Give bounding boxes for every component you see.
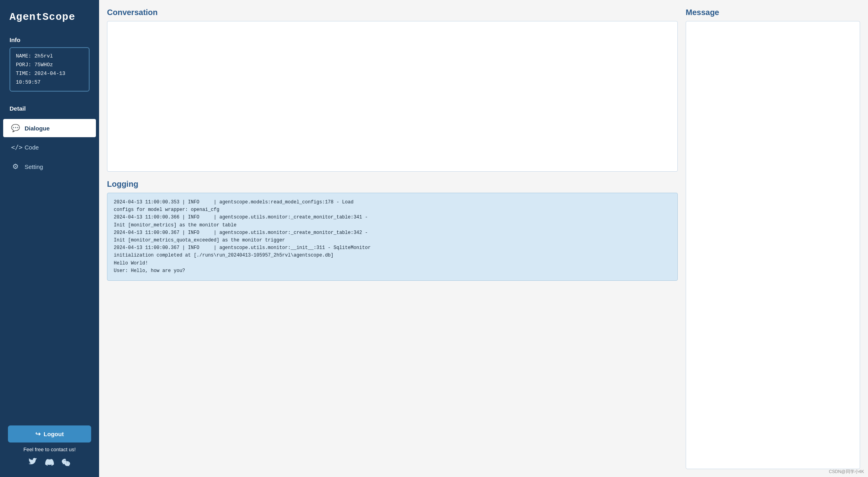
info-box: NAME: 2h5rvl PORJ: 75WHOz TIME: 2024-04-… xyxy=(10,47,90,92)
logging-title: Logging xyxy=(107,180,678,189)
info-time: TIME: 2024-04-13 10:59:57 xyxy=(16,69,83,87)
social-icons xyxy=(8,458,91,469)
conversation-section: Conversation xyxy=(107,8,678,172)
discord-icon[interactable] xyxy=(45,458,54,469)
contact-text: Feel free to contact us! xyxy=(8,446,91,452)
info-label: Info xyxy=(10,36,90,43)
sidebar-item-setting[interactable]: ⚙ Setting xyxy=(3,157,96,176)
main-content: Conversation Logging 2024-04-13 11:00:00… xyxy=(99,0,868,477)
logo-area: AgentScope xyxy=(0,0,99,33)
message-box[interactable] xyxy=(686,21,860,469)
code-icon: </> xyxy=(11,144,20,151)
logo-text: AgentScope xyxy=(10,11,75,23)
logout-button[interactable]: ↪ Logout xyxy=(8,425,91,443)
logging-box: 2024-04-13 11:00:00.353 | INFO | agentsc… xyxy=(107,193,678,281)
right-panel: Message xyxy=(686,0,868,477)
wechat-icon[interactable] xyxy=(62,458,71,469)
info-name: NAME: 2h5rvl xyxy=(16,52,83,61)
twitter-icon[interactable] xyxy=(29,458,37,469)
sidebar: AgentScope Info NAME: 2h5rvl PORJ: 75WHO… xyxy=(0,0,99,477)
conversation-title: Conversation xyxy=(107,8,678,17)
logout-icon: ↪ xyxy=(35,430,40,438)
logout-label: Logout xyxy=(44,431,64,437)
left-panel: Conversation Logging 2024-04-13 11:00:00… xyxy=(99,0,686,477)
info-port: PORJ: 75WHOz xyxy=(16,61,83,69)
sidebar-bottom: ↪ Logout Feel free to contact us! xyxy=(0,419,99,477)
info-section: Info NAME: 2h5rvl PORJ: 75WHOz TIME: 202… xyxy=(0,33,99,98)
detail-section: Detail xyxy=(0,98,99,118)
sidebar-item-code-label: Code xyxy=(25,144,39,151)
message-title: Message xyxy=(686,8,860,17)
logging-section: Logging 2024-04-13 11:00:00.353 | INFO |… xyxy=(107,180,678,281)
gear-icon: ⚙ xyxy=(11,162,20,171)
detail-label: Detail xyxy=(10,105,90,112)
dialogue-icon: 💬 xyxy=(11,124,20,132)
sidebar-item-setting-label: Setting xyxy=(25,163,43,170)
sidebar-item-dialogue[interactable]: 💬 Dialogue xyxy=(3,119,96,137)
sidebar-item-code[interactable]: </> Code xyxy=(3,139,96,156)
conversation-box[interactable] xyxy=(107,21,678,172)
sidebar-item-dialogue-label: Dialogue xyxy=(25,125,50,132)
